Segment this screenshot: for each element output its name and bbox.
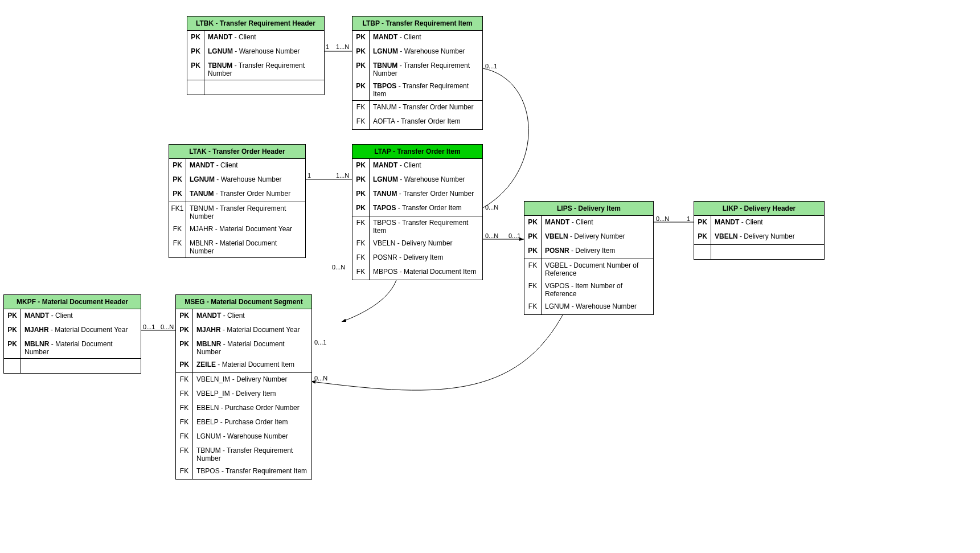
field-label: TBPOS - Transfer Requirement Item	[370, 216, 482, 237]
field-row: PKTANUM - Transfer Order Number	[169, 187, 305, 202]
field-row: PKMBLNR - Material Document Number	[4, 338, 141, 358]
card-ltap-mseg-b: 0...1	[314, 339, 326, 346]
key-indicator: PK	[694, 230, 711, 244]
key-indicator: PK	[4, 338, 21, 358]
connector-layer	[0, 0, 980, 553]
entity-body-pk: PKMANDT - ClientPKMJAHR - Material Docum…	[176, 309, 311, 372]
field-label: LGNUM - Warehouse Number	[204, 45, 324, 59]
field-row: FKMBPOS - Material Document Item	[352, 265, 482, 280]
card-ltak-ltap-r: 1...N	[336, 172, 349, 179]
key-indicator: PK	[187, 59, 204, 80]
key-indicator: FK	[524, 259, 542, 280]
field-label: ZEILE - Material Document Item	[193, 358, 311, 372]
entity-title: MKPF - Material Document Header	[4, 295, 141, 309]
field-row: PKMANDT - Client	[4, 309, 141, 323]
key-indicator: PK	[352, 159, 370, 173]
field-label: MANDT - Client	[193, 309, 311, 323]
field-row: FKTANUM - Transfer Order Number	[352, 101, 482, 115]
key-indicator: FK	[352, 251, 370, 265]
entity-body-pk: PKMANDT - ClientPKVBELN - Delivery Numbe…	[524, 216, 653, 259]
key-indicator: PK	[4, 323, 21, 338]
entity-body-pk: PKMANDT - ClientPKVBELN - Delivery Numbe…	[694, 216, 824, 244]
card-ltbk-ltbp-r: 1...N	[336, 43, 349, 50]
field-row: PKVBELN - Delivery Number	[524, 230, 653, 244]
key-indicator: PK	[352, 59, 370, 80]
field-label: MBLNR - Material Document Number	[21, 338, 141, 358]
field-row: PKMANDT - Client	[176, 309, 311, 323]
key-indicator: PK	[352, 202, 370, 216]
field-row: FKTBNUM - Transfer Requirement Number	[176, 444, 311, 465]
card-ltap-mseg-t: 0...N	[332, 264, 345, 271]
entity-title: LTAP - Transfer Order Item	[352, 145, 482, 159]
field-label: VBELP_IM - Delivery Item	[193, 387, 311, 402]
field-label: MANDT - Client	[186, 159, 305, 173]
field-label: MANDT - Client	[370, 159, 482, 173]
field-row: FKVBELN - Delivery Number	[352, 237, 482, 251]
field-row: PKLGNUM - Warehouse Number	[352, 173, 482, 187]
field-row: FKVBELP_IM - Delivery Item	[176, 387, 311, 402]
key-indicator: FK	[176, 373, 193, 387]
card-ltbp-ltap-b: 0...N	[485, 204, 498, 211]
key-indicator: PK	[169, 159, 186, 173]
entity-body-pk: PKMANDT - ClientPKMJAHR - Material Docum…	[4, 309, 141, 358]
field-label: POSNR - Delivery Item	[542, 244, 653, 259]
field-label: TBPOS - Transfer Requirement Item	[370, 80, 482, 100]
field-row: FKMJAHR - Material Document Year	[169, 223, 305, 237]
field-label: TBNUM - Transfer Requirement Number	[193, 444, 311, 465]
field-row: FKEBELP - Purchase Order Item	[176, 416, 311, 430]
field-row: PKLGNUM - Warehouse Number	[352, 45, 482, 59]
field-label: MJAHR - Material Document Year	[186, 223, 305, 237]
field-row: FKLGNUM - Warehouse Number	[176, 430, 311, 444]
key-indicator: FK	[176, 465, 193, 479]
field-label: LGNUM - Warehouse Number	[186, 173, 305, 187]
field-row: FKEBELN - Purchase Order Number	[176, 402, 311, 416]
entity-title: LIPS - Delivery Item	[524, 202, 653, 216]
entity-lips: LIPS - Delivery Item PKMANDT - ClientPKV…	[524, 201, 654, 315]
field-label: POSNR - Delivery Item	[370, 251, 482, 265]
field-row: FKMBLNR - Material Document Number	[169, 237, 305, 257]
field-row: PKTBPOS - Transfer Requirement Item	[352, 80, 482, 100]
field-row: PKZEILE - Material Document Item	[176, 358, 311, 372]
entity-title: LTAK - Transfer Order Header	[169, 145, 305, 159]
entity-likp: LIKP - Delivery Header PKMANDT - ClientP…	[694, 201, 825, 260]
field-label: EBELN - Purchase Order Number	[193, 402, 311, 416]
entity-title: LIKP - Delivery Header	[694, 202, 824, 216]
field-row: PKLGNUM - Warehouse Number	[187, 45, 324, 59]
entity-body-fk: FKTBPOS - Transfer Requirement ItemFKVBE…	[352, 216, 482, 280]
key-indicator: PK	[524, 216, 542, 230]
field-row: PKPOSNR - Delivery Item	[524, 244, 653, 259]
field-row: PKMANDT - Client	[169, 159, 305, 173]
field-label: VGBEL - Document Number of Reference	[542, 259, 653, 280]
field-row: FKTBPOS - Transfer Requirement Item	[176, 465, 311, 479]
key-indicator: FK	[352, 237, 370, 251]
field-label: TBPOS - Transfer Requirement Item	[193, 465, 311, 479]
key-indicator: PK	[187, 31, 204, 45]
entity-body-pk: PKMANDT - ClientPKLGNUM - Warehouse Numb…	[169, 159, 305, 202]
field-row: PKTAPOS - Transfer Order Item	[352, 202, 482, 216]
field-label: MBPOS - Material Document Item	[370, 265, 482, 280]
card-lips-likp-l: 0...N	[656, 215, 669, 222]
entity-ltak: LTAK - Transfer Order Header PKMANDT - C…	[169, 144, 306, 258]
key-indicator: FK	[352, 115, 370, 129]
field-row: PKMANDT - Client	[187, 31, 324, 45]
card-ltap-lips-l: 0...N	[485, 232, 498, 239]
field-row: PKMJAHR - Material Document Year	[176, 323, 311, 338]
field-row: FKVGBEL - Document Number of Reference	[524, 259, 653, 280]
field-label: MBLNR - Material Document Number	[186, 237, 305, 257]
field-label: VBELN - Delivery Number	[370, 237, 482, 251]
entity-ltap: LTAP - Transfer Order Item PKMANDT - Cli…	[352, 144, 483, 280]
field-label: LGNUM - Warehouse Number	[370, 45, 482, 59]
field-label: LGNUM - Warehouse Number	[193, 430, 311, 444]
entity-title: LTBP - Transfer Requirement Item	[352, 17, 482, 31]
entity-body-fk: FKVBELN_IM - Delivery NumberFKVBELP_IM -…	[176, 373, 311, 479]
card-mkpf-mseg-l: 0...1	[143, 323, 155, 330]
card-lips-likp-r: 1	[687, 215, 690, 222]
entity-body-fk: FK1TBNUM - Transfer Requirement NumberFK…	[169, 202, 305, 257]
field-label: AOFTA - Transfer Order Item	[370, 115, 482, 129]
field-row: PKMJAHR - Material Document Year	[4, 323, 141, 338]
field-row: PKTBNUM - Transfer Requirement Number	[352, 59, 482, 80]
field-label: TAPOS - Transfer Order Item	[370, 202, 482, 216]
entity-mseg: MSEG - Material Document Segment PKMANDT…	[175, 294, 312, 480]
entity-mkpf: MKPF - Material Document Header PKMANDT …	[3, 294, 141, 374]
key-indicator: PK	[176, 358, 193, 372]
